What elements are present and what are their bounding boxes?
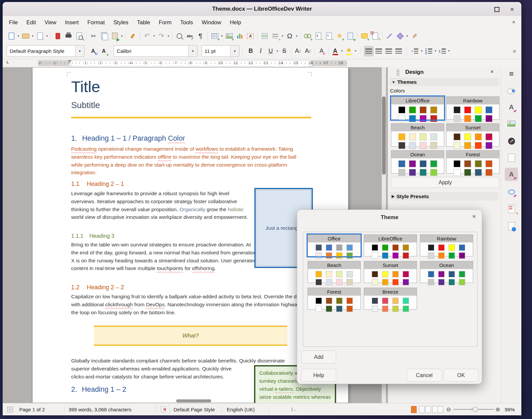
tab-accessibility-check[interactable] <box>505 219 518 233</box>
single-page-view-icon[interactable] <box>411 403 417 415</box>
theme-card-sunset[interactable]: Sunset <box>446 123 499 147</box>
menu-insert[interactable]: Insert <box>61 17 83 28</box>
dialog-theme-card-ocean[interactable]: Ocean <box>420 261 473 283</box>
insert-bookmark-icon[interactable]: ★+ <box>334 31 345 41</box>
cut-icon[interactable]: ✂ <box>88 31 99 41</box>
tab-properties[interactable] <box>505 84 518 98</box>
zoom-level[interactable]: 99% <box>505 403 515 415</box>
tab-manage-changes[interactable]: ✎ <box>505 202 518 215</box>
title-bar[interactable]: Theme.docx — LibreOfficeDev Writer × <box>3 2 521 16</box>
insert-hyperlink-icon[interactable]: + <box>302 31 313 41</box>
print-preview-icon[interactable] <box>74 31 84 41</box>
page-count[interactable]: Page 1 of 2 <box>19 403 45 415</box>
ok-button[interactable]: OK <box>444 369 478 382</box>
dialog-theme-card-sunset[interactable]: Sunset <box>364 261 417 283</box>
theme-card-rainbow[interactable]: Rainbow <box>446 96 499 120</box>
dialog-theme-card-rainbow[interactable]: Rainbow <box>420 234 473 256</box>
print-icon[interactable] <box>63 31 74 41</box>
maximize-button[interactable] <box>493 5 501 13</box>
numbered-list-dropdown[interactable]: ▼ <box>434 46 437 57</box>
update-style-icon[interactable]: A↻ <box>88 46 98 57</box>
basic-shapes-dropdown[interactable]: ▼ <box>405 31 409 41</box>
dialog-theme-card-libreoffice[interactable]: LibreOffice <box>364 234 417 256</box>
save-icon[interactable]: ↓ <box>35 31 45 41</box>
bold-icon[interactable]: B <box>246 46 256 57</box>
multi-page-view-icon[interactable] <box>419 403 431 415</box>
paste-icon[interactable]: ▶ <box>109 31 120 41</box>
new-document-dropdown[interactable]: ▼ <box>17 31 20 41</box>
insert-field-icon[interactable]: ▪ <box>270 31 281 41</box>
digital-signature-icon[interactable]: ✕ <box>161 403 167 415</box>
zoom-in-icon[interactable]: ⊕ <box>495 403 500 415</box>
dialog-theme-card-breeze[interactable]: Breeze <box>364 288 417 310</box>
panel-grip-icon[interactable] <box>397 70 399 76</box>
insert-page-break-icon[interactable] <box>259 31 270 41</box>
font-color-icon[interactable]: A <box>330 46 340 57</box>
italic-icon[interactable]: I <box>256 46 266 57</box>
redo-icon[interactable]: ↷ <box>156 31 167 41</box>
paste-dropdown[interactable]: ▼ <box>120 31 124 41</box>
insert-text-box-icon[interactable]: A <box>245 31 256 41</box>
outline-list-dropdown[interactable]: ▼ <box>447 46 451 57</box>
bullet-list-icon[interactable]: • <box>410 46 420 57</box>
menu-format[interactable]: Format <box>83 17 109 28</box>
new-style-icon[interactable]: A+ <box>98 46 109 57</box>
undo-dropdown[interactable]: ▼ <box>152 31 156 41</box>
indent-marker-bottom[interactable] <box>68 64 72 66</box>
find-replace-icon[interactable] <box>174 31 185 41</box>
insert-table-dropdown[interactable]: ▼ <box>220 31 224 41</box>
save-dropdown[interactable]: ▼ <box>45 31 49 41</box>
open-icon[interactable] <box>20 31 31 41</box>
open-dropdown[interactable]: ▼ <box>31 31 35 41</box>
tab-stop-selector-icon[interactable]: L <box>7 60 9 64</box>
copy-icon[interactable] <box>99 31 109 41</box>
style-presets-expander[interactable]: ▶Style Presets <box>390 192 499 201</box>
yellow-callout-box[interactable]: What? <box>94 326 287 346</box>
insert-line-icon[interactable] <box>384 31 395 41</box>
zoom-slider-thumb[interactable] <box>473 407 478 412</box>
sidebar-close-icon[interactable]: × <box>490 69 494 75</box>
paragraph-style-select[interactable]: Default Paragraph Style ▼ <box>7 45 84 57</box>
basic-shapes-icon[interactable] <box>395 31 405 41</box>
sidebar-menu-icon[interactable]: ≡ <box>505 67 518 80</box>
vertical-scrollbar-thumb[interactable] <box>382 96 386 175</box>
menu-view[interactable]: View <box>40 17 61 28</box>
clone-formatting-icon[interactable] <box>127 31 138 41</box>
menu-styles[interactable]: Styles <box>109 17 133 28</box>
font-size-select[interactable]: 11 pt ▼ <box>201 45 239 57</box>
insert-table-icon[interactable]: + <box>209 31 220 41</box>
redo-dropdown[interactable]: ▼ <box>167 31 170 41</box>
cancel-button[interactable]: Cancel <box>407 369 442 382</box>
horizontal-ruler[interactable]: L 21 123456789101112131415161718 <box>3 59 521 67</box>
insert-endnote-icon[interactable]: i− <box>324 31 334 41</box>
draw-functions-icon[interactable]: ✎ <box>409 31 420 41</box>
spelling-icon[interactable]: abc✓ <box>185 31 195 41</box>
subscript-icon[interactable]: A2 <box>303 46 313 57</box>
toolbar-overflow-icon[interactable]: » <box>509 46 519 57</box>
font-size-dropdown[interactable]: ▼ <box>230 46 239 57</box>
export-pdf-icon[interactable] <box>53 31 63 41</box>
themes-expander[interactable]: ▼Themes <box>390 78 499 86</box>
align-left-icon[interactable] <box>364 46 374 57</box>
theme-card-beach[interactable]: Beach <box>391 123 444 147</box>
undo-icon[interactable]: ↶ <box>142 31 152 41</box>
dialog-close-icon[interactable]: × <box>472 213 476 220</box>
underline-icon[interactable]: U <box>266 46 276 57</box>
insert-footnote-icon[interactable]: 1− <box>313 31 324 41</box>
underline-dropdown[interactable]: ▼ <box>276 46 279 57</box>
justify-icon[interactable] <box>394 46 404 57</box>
tab-page[interactable] <box>505 151 518 164</box>
close-button[interactable]: × <box>508 5 516 13</box>
theme-card-ocean[interactable]: Ocean <box>391 150 444 174</box>
font-name-select[interactable]: Calibri ▼ <box>114 45 198 57</box>
dialog-theme-card-office[interactable]: Office <box>308 234 361 256</box>
strikethrough-icon[interactable]: S <box>279 46 289 57</box>
insert-field-dropdown[interactable]: ▼ <box>281 31 284 41</box>
zoom-out-icon[interactable]: ⊖ <box>446 403 451 415</box>
cross-reference-icon[interactable]: ◂ <box>345 31 355 41</box>
menu-table[interactable]: Table <box>133 17 154 28</box>
book-view-icon[interactable] <box>432 403 443 415</box>
menu-window[interactable]: Window <box>197 17 225 28</box>
tab-styles[interactable]: A <box>505 100 518 114</box>
tab-navigator[interactable] <box>505 134 518 148</box>
